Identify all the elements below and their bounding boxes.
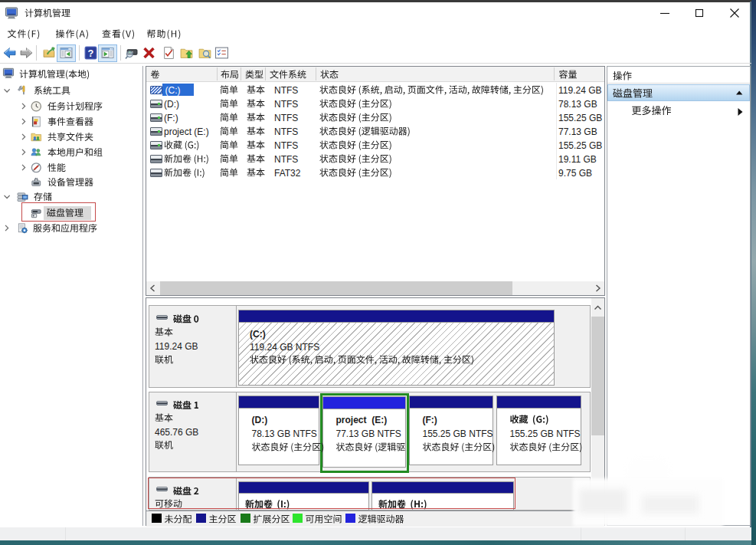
svg-text:?: ?: [88, 48, 94, 59]
